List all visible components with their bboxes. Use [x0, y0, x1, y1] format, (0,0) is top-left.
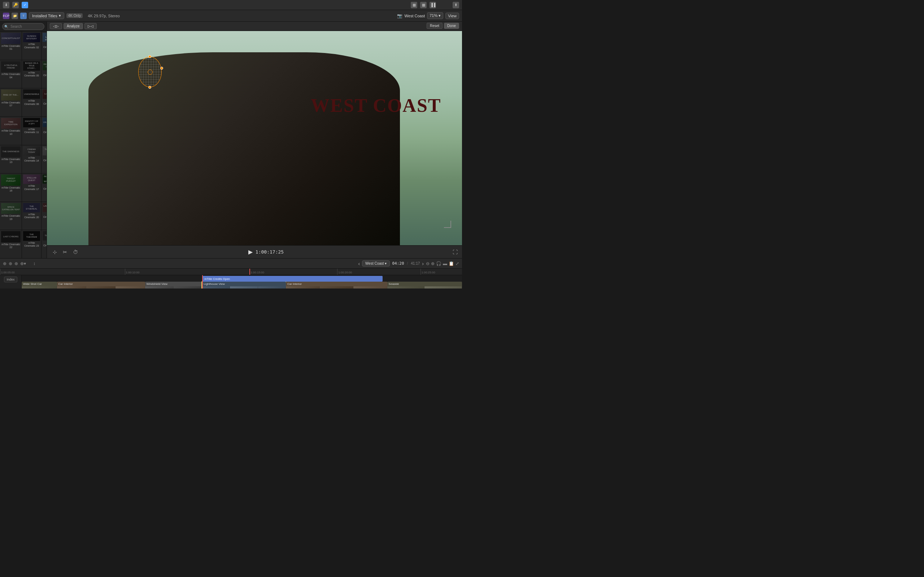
effect-item-8[interactable]: UNKNOWABLE mTitle Cinematic 08	[22, 89, 41, 116]
preview-area: ◁▷ Analyze ▷◁ Reset Done WEST COAST	[47, 22, 462, 258]
playback-bar: ⊹ ✂ ⏱ ▶ 1:00:17:25 ⛶	[47, 245, 462, 258]
effect-item-11[interactable]: IDENTITY OF A SPY mTitle Cinematic 11	[22, 117, 41, 145]
ruler-mark-3: 1:00:20:00	[337, 269, 352, 275]
scene-background: WEST COAST	[47, 31, 462, 245]
timeline-selector-btn[interactable]: ↕	[33, 261, 36, 266]
effect-item-13[interactable]: THE DARKNESS mTitle Cinematic 13	[0, 145, 22, 174]
timecode-display: 1:00:17:25	[255, 249, 284, 255]
retiming-tool-btn[interactable]: ⏱	[71, 248, 79, 256]
fullscreen-btn[interactable]: ⛶	[452, 249, 458, 255]
timeline-playhead-ruler[interactable]	[249, 269, 250, 275]
track-labels: Index	[0, 275, 22, 288]
clip-wide-shot-car[interactable]: Wide Shot Car	[22, 282, 57, 288]
effect-item-15[interactable]: THE WHITE ONYX mTitle Cinematic 15	[42, 145, 47, 174]
timeline-audio-btn[interactable]: 🎧	[436, 261, 441, 266]
audio-meter-icon[interactable]: ▐▐	[430, 2, 436, 8]
timeline-overwrite-btn[interactable]: ⊕	[15, 261, 18, 266]
effect-item-19[interactable]: SPACE CATRELON TENT mTitle Cinematic 19	[0, 202, 22, 230]
timeline-current-time: 04:20	[392, 261, 404, 266]
effect-thumb: SUNKEN MYSTERY	[23, 33, 40, 42]
clip-car-interior-2[interactable]: Car Interior	[286, 282, 387, 288]
clip-windshield-view[interactable]: Windshield View	[145, 282, 202, 288]
effect-item-10[interactable]: TIME EXPEDITION mTitle Cinematic 10	[0, 117, 22, 145]
effect-item-9[interactable]: Lost in future mTitle Cinematic 09	[42, 89, 47, 116]
effect-item-6[interactable]: RECREATING HISTORY mTitle Cinematic 06	[42, 60, 47, 89]
effect-item-3[interactable]: THE MAJESTIC MOUNTAIN mTitle Cinematic 0…	[42, 32, 47, 60]
effect-item-2[interactable]: SUNKEN MYSTERY mTitle Cinematic 02	[22, 32, 41, 60]
effect-item-20[interactable]: THE ETHEREAL mTitle Cinematic 20	[22, 202, 41, 230]
effect-item-16[interactable]: TARGET PURSUIT mTitle Cinematic 16	[0, 174, 22, 201]
select-tool-btn[interactable]: ⊹	[51, 248, 58, 256]
resolution-badge: 4K Only	[66, 13, 83, 18]
effect-label: mTitle Cinematic 12	[43, 128, 47, 134]
installed-titles-dropdown[interactable]: Installed Titles ▾	[29, 12, 64, 19]
timeline-more2[interactable]: ⤢	[456, 261, 459, 266]
effect-item-22[interactable]: LAST CYBORG mTitle Cinematic 22	[0, 230, 22, 258]
reset-btn[interactable]: Reset	[426, 23, 443, 29]
play-button[interactable]: ▶	[248, 248, 253, 255]
corner-bracket	[444, 221, 451, 228]
mask-center[interactable]	[148, 69, 153, 75]
view-button[interactable]: View	[446, 13, 459, 19]
timeline-next-btn[interactable]: ›	[422, 261, 424, 266]
effect-label: mTitle Cinematic 23	[23, 242, 40, 248]
timeline-area: ⊕ ⊕ ⊕ ⊕▾ ↕ ‹ West Coast ▾ 04:20 / 41:17 …	[0, 258, 462, 288]
effect-thumb: LADY OF THE TOWER	[43, 203, 47, 212]
timeline-zoom-out[interactable]: ⊖	[426, 261, 430, 266]
effect-item-17[interactable]: STELLAR QUEST mTitle Cinematic 17	[22, 174, 41, 201]
effect-label: mTitle Cinematic 04	[1, 73, 21, 79]
search-input[interactable]	[2, 23, 44, 30]
effect-item-21[interactable]: LADY OF THE TOWER mTitle Cinematic 21	[42, 202, 47, 230]
next-clip-btn[interactable]: ▷◁	[84, 23, 97, 29]
chevron-down-icon: ▾	[59, 13, 61, 18]
done-btn[interactable]: Done	[444, 23, 459, 29]
timeline-clip-height[interactable]: ▬	[443, 261, 447, 266]
effect-item-14[interactable]: CINEMA TODAY mTitle Cinematic 14	[22, 145, 41, 174]
grid-small-icon[interactable]: ▦	[411, 2, 417, 8]
clip-car-interior-1[interactable]: Car Interior	[57, 282, 145, 288]
share-icon[interactable]: ⬆	[452, 2, 459, 8]
timeline-appearance[interactable]: 📋	[449, 261, 454, 266]
effect-item-24[interactable]: THE BLAST mTitle Cinematic 24	[42, 230, 47, 258]
effect-item-7[interactable]: RISE OF THE... mTitle Cinematic 07	[0, 89, 22, 116]
timeline-prev-btn[interactable]: ‹	[358, 261, 360, 266]
effect-item-23[interactable]: THE THEOREM mTitle Cinematic 23	[22, 230, 41, 258]
media-import-icon[interactable]: 📁	[11, 13, 18, 19]
effect-thumb: THE ETHEREAL	[23, 203, 40, 213]
timeline-insert-btn[interactable]: ⊕	[9, 261, 12, 266]
prev-clip-btn[interactable]: ◁▷	[50, 23, 62, 29]
effect-thumb: LAST CYBORG	[1, 231, 21, 242]
trim-tool-btn[interactable]: ✂	[61, 248, 69, 256]
title-overlay-clip[interactable]: mTitle Credits Open	[202, 276, 383, 282]
effect-label: mTitle Cinematic 06	[43, 71, 47, 77]
analyze-btn[interactable]: Analyze	[63, 23, 83, 29]
ruler-mark-2: 1:00:15:00	[249, 269, 264, 275]
effects-icon[interactable]: T	[20, 13, 27, 19]
timeline-more-btn[interactable]: ⊕▾	[20, 261, 26, 266]
clip-label: Windshield View	[145, 282, 202, 286]
index-btn[interactable]: Index	[4, 277, 17, 282]
zoom-dropdown[interactable]: 71% ▾	[427, 12, 443, 19]
grid-large-icon[interactable]: ▦	[420, 2, 426, 8]
clip-seaside[interactable]: Seaside	[387, 282, 462, 288]
effect-item-4[interactable]: A TRUTHFUL FRIEND mTitle Cinematic 04	[0, 60, 22, 89]
import-icon[interactable]: ⬇	[3, 2, 10, 8]
effect-item-12[interactable]: AN UNEXPECTED LETTER mTitle Cinematic 12	[42, 117, 47, 145]
timeline-ruler: 1:00:05:00 1:00:10:00 1:00:15:00 1:00:20…	[0, 269, 462, 275]
effect-thumb: CONCEPTUALIST	[1, 33, 21, 44]
view-controls: 📷 West Coast 71% ▾ View	[397, 12, 459, 19]
effect-item-5[interactable]: BASED ON A TRUE STORY... mTitle Cinemati…	[22, 60, 41, 89]
effect-thumb: RISE OF THE...	[1, 89, 21, 101]
timeline-append-btn[interactable]: ⊕	[3, 261, 6, 266]
timeline-project-name: West Coast	[365, 261, 384, 266]
timeline-duration: 41:17	[411, 261, 420, 266]
timeline-project-btn[interactable]: West Coast ▾	[362, 260, 390, 266]
effect-item-1[interactable]: CONCEPTUALIST mTitle Cinematic 01	[0, 32, 22, 60]
timeline-zoom-in[interactable]: ⊕	[431, 261, 435, 266]
effect-thumb: AN UNEXPECTED LETTER	[43, 118, 47, 127]
clip-lighthouse-view[interactable]: Lighthouse View	[202, 282, 286, 288]
ruler-mark-1: 1:00:10:00	[125, 269, 140, 275]
effect-item-18[interactable]: SECRETS OF THE MARSHLAND mTitle Cinemati…	[42, 174, 47, 201]
keywords-icon[interactable]: 🔑	[12, 2, 19, 8]
activity-icon[interactable]: ✓	[22, 2, 28, 8]
